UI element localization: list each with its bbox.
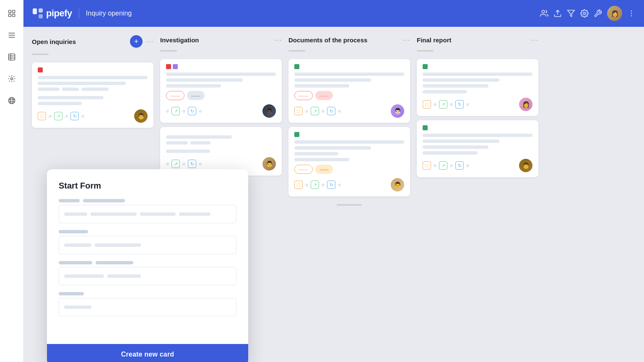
badge-outline-orange: —— (294, 165, 313, 174)
card-icon-blue[interactable]: ↻ (327, 181, 335, 189)
card-icon-orange[interactable]: □ (38, 112, 46, 120)
badge-outline-red: —— (166, 91, 184, 100)
card-icon-green[interactable]: ↗ (311, 181, 319, 189)
tag-green (294, 64, 299, 69)
card-icon-blue[interactable]: ↻ (188, 107, 196, 115)
form-input-bar (64, 212, 87, 216)
svg-rect-0 (8, 10, 11, 13)
form-label-bar (96, 261, 133, 264)
user-avatar[interactable]: 👩 (607, 6, 622, 21)
card-dot (322, 184, 325, 186)
card-dot (49, 115, 52, 118)
form-label-1 (59, 199, 236, 202)
form-field-1 (59, 199, 236, 223)
card-dot (65, 115, 68, 118)
settings-icon[interactable] (580, 9, 589, 18)
column-title-investigation: Investigation (160, 36, 271, 44)
form-input-4[interactable] (59, 298, 236, 316)
card-avatar: 👨🏿 (262, 104, 276, 118)
card-tags (423, 125, 532, 130)
svg-rect-2 (8, 14, 11, 17)
sidebar-item-list[interactable] (5, 28, 18, 42)
form-input-2[interactable] (59, 236, 236, 254)
sidebar-item-dashboard[interactable] (5, 7, 18, 20)
column-menu-documents[interactable]: ⋯ (402, 35, 410, 44)
form-input-3[interactable] (59, 267, 236, 285)
svg-marker-21 (568, 10, 575, 17)
column-menu-investigation[interactable]: ⋯ (274, 35, 282, 44)
export-icon[interactable] (553, 9, 562, 18)
form-input-bar (107, 274, 141, 278)
column-underline (288, 50, 305, 52)
add-card-button-open-inquiries[interactable]: + (130, 35, 143, 48)
card-icon-blue[interactable]: ↻ (188, 160, 196, 168)
card-tags (423, 64, 532, 69)
form-input-1[interactable] (59, 205, 236, 223)
column-header-final-report: Final report ⋯ (417, 35, 538, 44)
svg-rect-3 (12, 14, 15, 17)
main-area: pipefy Inquiry opening (23, 0, 644, 362)
card-footer: ↗ ↻ 👨🏿 (166, 104, 276, 118)
column-menu-final-report[interactable]: ⋯ (531, 35, 538, 44)
card-icon-green[interactable]: ↗ (439, 100, 447, 109)
header-more-icon[interactable] (627, 9, 636, 18)
wrench-icon[interactable] (594, 9, 602, 18)
card-icon-blue[interactable]: ↻ (327, 107, 335, 115)
card: —— —— □ ↗ ↻ 👨🏻 (288, 59, 410, 123)
card-icon-green[interactable]: ↗ (311, 107, 319, 115)
column-menu-open-inquiries[interactable]: ⋯ (146, 37, 153, 46)
card-icon-green[interactable]: ↗ (171, 160, 180, 168)
card: □ ↗ ↻ 👨 (32, 62, 153, 128)
start-form-footer: Create new card (47, 344, 248, 362)
card-line (166, 135, 232, 139)
card-line (294, 158, 349, 161)
form-field-3 (59, 261, 236, 285)
card-icon-orange[interactable]: □ (423, 161, 431, 170)
card-icon-blue[interactable]: ↻ (455, 100, 464, 109)
card-line (294, 152, 338, 155)
form-input-bar (91, 212, 137, 216)
column-header-open-inquiries: Open inquiries + ⋯ (32, 35, 153, 48)
card-icon-orange[interactable]: □ (294, 107, 303, 115)
sidebar-item-automation[interactable] (5, 72, 18, 85)
card-dot (434, 164, 436, 167)
card-line (166, 84, 221, 88)
card-icon-blue[interactable]: ↻ (70, 112, 79, 120)
form-input-bar (95, 243, 141, 247)
card: □ ↗ ↻ 👩 (417, 59, 538, 116)
create-new-card-button[interactable]: Create new card (121, 351, 174, 358)
column-header-documents: Documents of the process ⋯ (288, 35, 410, 44)
card-footer: □ ↗ ↻ 👨 (38, 109, 148, 123)
card: —— —— □ ↗ ↻ 👨 (288, 127, 410, 197)
form-input-bar (64, 305, 91, 309)
form-label-bar (59, 261, 92, 264)
card-line (294, 146, 371, 150)
card-icon-green[interactable]: ↗ (439, 161, 447, 170)
card-icon-blue[interactable]: ↻ (455, 161, 464, 170)
card-tags (38, 67, 148, 72)
card-icon-green[interactable]: ↗ (171, 107, 180, 115)
card-footer: ↗ ↻ 👨 (166, 157, 276, 171)
column-title-documents: Documents of the process (288, 36, 399, 44)
card-line (62, 88, 78, 91)
card-icon-green[interactable]: ↗ (54, 112, 62, 120)
filter-icon[interactable] (567, 9, 575, 18)
column-documents: Documents of the process ⋯ —— —— □ (288, 35, 410, 354)
form-label-2 (59, 230, 236, 233)
sidebar-item-table[interactable] (5, 50, 18, 64)
start-form-panel: Start Form (47, 169, 248, 362)
svg-point-19 (542, 10, 545, 13)
card-icon-orange[interactable]: □ (294, 181, 303, 189)
card-dot (166, 163, 169, 165)
form-label-bar (59, 199, 80, 202)
card-line (166, 72, 276, 76)
header: pipefy Inquiry opening (23, 0, 644, 27)
card-line (81, 88, 109, 91)
card-icon-orange[interactable]: □ (423, 100, 431, 109)
kanban-board: Open inquiries + ⋯ (23, 27, 644, 362)
card-line (423, 78, 499, 82)
card-line (38, 76, 148, 79)
tag-green (423, 64, 428, 69)
people-icon[interactable] (540, 9, 548, 18)
sidebar-item-global[interactable] (5, 94, 18, 107)
